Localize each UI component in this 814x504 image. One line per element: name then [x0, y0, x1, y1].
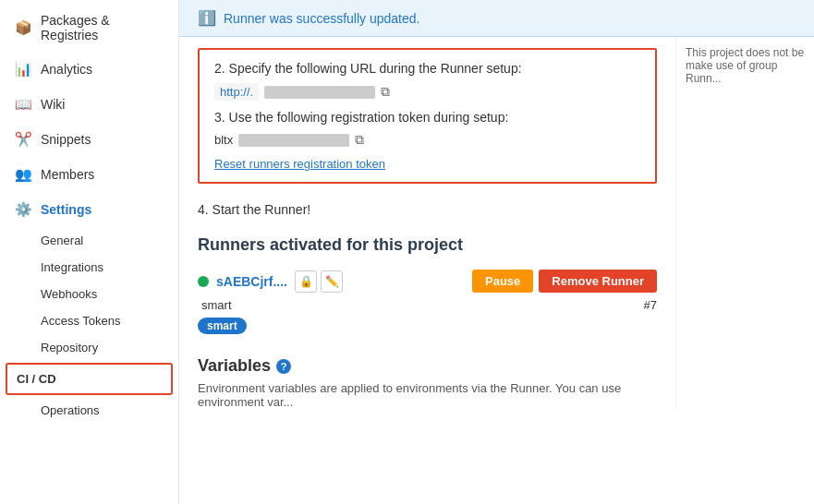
step3-label: 3. Use the following registration token …	[214, 110, 640, 125]
sidebar-item-analytics[interactable]: 📊 Analytics	[0, 52, 178, 87]
copy-url-icon[interactable]: ⧉	[381, 84, 390, 100]
main-content: ℹ️ Runner was successfully updated. 2. S…	[179, 0, 814, 504]
variables-description: Environment variables are applied to env…	[198, 381, 657, 409]
step2-label: 2. Specify the following URL during the …	[214, 61, 640, 76]
sidebar-item-ci-cd[interactable]: CI / CD	[6, 363, 173, 395]
sidebar-item-snippets[interactable]: ✂️ Snippets	[0, 122, 178, 157]
sidebar-item-repository[interactable]: Repository	[0, 334, 178, 361]
runner-meta: smart #7	[198, 298, 657, 312]
token-row: bltx ⧉	[214, 132, 640, 148]
wiki-icon: 📖	[15, 96, 31, 113]
variables-help-icon[interactable]: ?	[276, 359, 291, 374]
sidebar-item-operations[interactable]: Operations	[0, 397, 178, 424]
snippets-icon: ✂️	[15, 131, 31, 148]
success-banner: ℹ️ Runner was successfully updated.	[179, 0, 814, 37]
runner-tag: smart	[198, 318, 247, 334]
runner-meta-label: smart	[201, 298, 232, 312]
runners-section: Runners activated for this project sAEBC…	[179, 224, 675, 345]
sidebar-item-members[interactable]: 👥 Members	[0, 157, 178, 192]
sidebar-item-wiki[interactable]: 📖 Wiki	[0, 87, 178, 122]
runner-number: #7	[644, 298, 657, 312]
sidebar-item-webhooks[interactable]: Webhooks	[0, 281, 178, 307]
analytics-icon: 📊	[15, 61, 31, 78]
copy-token-icon[interactable]: ⧉	[355, 132, 364, 148]
setup-box: 2. Specify the following URL during the …	[198, 48, 657, 184]
sidebar-item-integrations[interactable]: Integrations	[0, 254, 178, 281]
sidebar: 📦 Packages & Registries 📊 Analytics 📖 Wi…	[0, 0, 179, 504]
runners-title: Runners activated for this project	[198, 235, 657, 255]
variables-section: Variables ? Environment variables are ap…	[179, 345, 675, 409]
token-prefix: bltx	[214, 133, 233, 147]
info-icon: ℹ️	[198, 9, 216, 27]
sidebar-item-access-tokens[interactable]: Access Tokens	[0, 307, 178, 334]
sidebar-item-packages[interactable]: 📦 Packages & Registries	[0, 4, 178, 52]
runner-buttons: Pause Remove Runner	[472, 270, 657, 293]
runner-edit-icon[interactable]: ✏️	[321, 270, 343, 293]
runner-status-dot	[198, 276, 209, 287]
sidebar-item-settings[interactable]: ⚙️ Settings	[0, 192, 178, 227]
token-blurred	[238, 134, 349, 147]
settings-icon: ⚙️	[15, 201, 31, 218]
members-icon: 👥	[15, 166, 31, 183]
runner-icons: 🔒 ✏️	[295, 270, 343, 293]
runner-tag-row: smart	[198, 318, 657, 334]
remove-runner-button[interactable]: Remove Runner	[539, 270, 657, 293]
packages-icon: 📦	[15, 19, 31, 36]
pause-button[interactable]: Pause	[472, 270, 533, 293]
sidebar-item-general[interactable]: General	[0, 227, 178, 254]
runner-lock-icon[interactable]: 🔒	[295, 270, 317, 293]
runner-row: sAEBCjrf.... 🔒 ✏️ Pause Remove Runner	[198, 270, 657, 293]
url-blurred	[264, 86, 375, 99]
url-prefix: http://.	[214, 83, 259, 101]
right-note: This project does not be make use of gro…	[675, 37, 814, 409]
step4: 4. Start the Runner!	[179, 195, 675, 224]
variables-title: Variables ?	[198, 356, 657, 376]
runner-name[interactable]: sAEBCjrf....	[216, 274, 287, 289]
reset-token-link[interactable]: Reset runners registration token	[214, 157, 640, 171]
url-row: http://. ⧉	[214, 83, 640, 101]
